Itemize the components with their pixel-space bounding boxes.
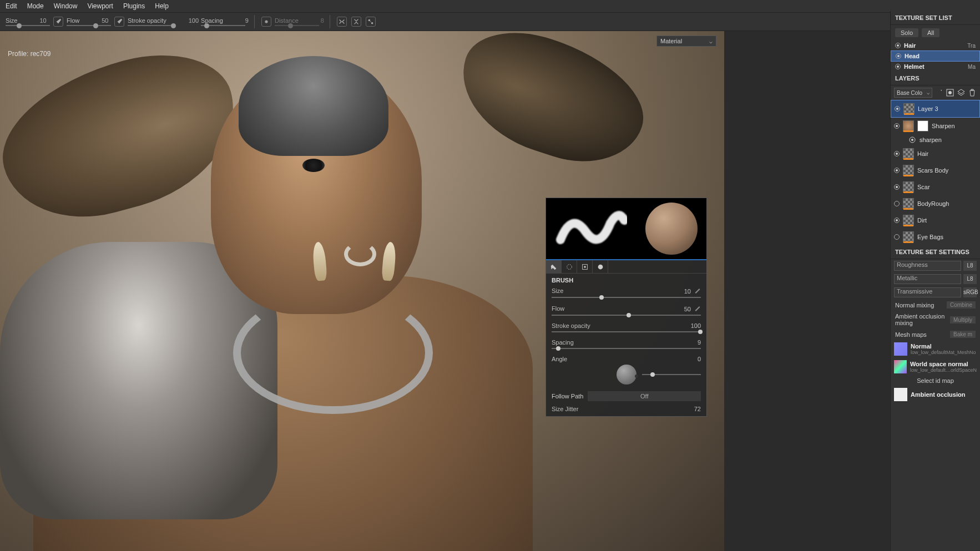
texture-set-head[interactable]: Head	[891, 50, 980, 62]
layer-visibility-toggle[interactable]	[894, 151, 900, 156]
layer-visibility-toggle[interactable]	[894, 168, 900, 173]
symmetry-y-icon[interactable]	[351, 17, 361, 27]
lazy-mouse-icon[interactable]	[261, 17, 271, 27]
channel-format[interactable]: L8	[963, 261, 977, 271]
layer-name: Hair	[917, 150, 928, 157]
layer-sharpen[interactable]: Sharpen	[891, 118, 980, 134]
layer-scar[interactable]: Scar	[891, 179, 980, 195]
visibility-toggle[interactable]	[895, 64, 901, 69]
toolbar-distance[interactable]: Distance8	[275, 17, 324, 26]
bake-button[interactable]: Bake m	[950, 331, 976, 338]
brush-tab-alpha[interactable]	[562, 260, 577, 274]
brush-flow-slider[interactable]	[552, 315, 701, 316]
channel-format[interactable]: L8	[963, 274, 977, 284]
normal-mixing-button[interactable]: Combine	[947, 301, 976, 309]
layer-eye-bags[interactable]: Eye Bags	[891, 229, 980, 245]
follow-path-toggle[interactable]: Off	[588, 391, 701, 401]
brush-heading: BRUSH	[546, 274, 706, 287]
3d-viewport[interactable]: Profile: rec709 Material BRUSH Size10 Fl…	[0, 31, 724, 551]
size-picker-icon[interactable]	[53, 17, 63, 27]
select-id-map-button[interactable]: Select id map	[891, 376, 980, 386]
add-effect-icon[interactable]	[934, 88, 943, 97]
add-mask-icon[interactable]	[946, 88, 954, 97]
layer-name: BodyRough	[917, 200, 949, 207]
brush-stroke-slider[interactable]	[552, 331, 701, 332]
menu-edit[interactable]: Edit	[6, 2, 17, 10]
layer-visibility-toggle[interactable]	[894, 201, 900, 206]
map-row-normal[interactable]: Normallow_low_defaultMat_MeshNo	[891, 340, 980, 358]
brush-angle-dial[interactable]	[617, 365, 637, 385]
layer-visibility-toggle[interactable]	[894, 234, 900, 240]
symmetry-x-icon[interactable]	[337, 17, 347, 27]
normal-mixing-label: Normal mixing	[895, 302, 934, 309]
channel-roughness[interactable]: RoughnessL8	[891, 259, 980, 272]
character-helmet	[239, 56, 388, 156]
brush-angle-slider[interactable]	[642, 374, 701, 375]
toolbar-stroke-opacity[interactable]: Stroke opacity100	[128, 17, 199, 26]
menu-mode[interactable]: Mode	[27, 2, 44, 10]
character-eye	[302, 159, 325, 172]
brush-spacing-label: Spacing	[552, 339, 574, 346]
material-dropdown[interactable]: Material	[656, 36, 716, 47]
texture-set-hair[interactable]: HairTra	[891, 41, 980, 50]
layer-visibility-toggle[interactable]	[894, 123, 900, 129]
channel-dropdown[interactable]: Base Colo	[894, 88, 932, 98]
delete-layer-icon[interactable]	[968, 88, 977, 97]
layer-layer-3[interactable]: Layer 3	[891, 100, 980, 118]
toolbar-size[interactable]: Size10	[6, 17, 50, 26]
map-row-world-space-normal[interactable]: World space normallow_low_default…orldSp…	[891, 358, 980, 376]
ao-mixing-button[interactable]: Multiply	[950, 316, 976, 323]
toolbar-flow[interactable]: Flow50	[67, 17, 111, 26]
map-name: World space normal	[910, 361, 977, 367]
brush-material-preview[interactable]	[645, 203, 698, 255]
svg-point-14	[911, 139, 913, 141]
layer-name: Scar	[917, 184, 930, 190]
layer-visibility-toggle[interactable]	[895, 106, 900, 112]
brush-tab-stencil[interactable]	[577, 260, 593, 274]
distance-label: Distance	[275, 17, 299, 24]
all-button[interactable]: All	[922, 28, 939, 37]
menu-viewport[interactable]: Viewport	[87, 2, 113, 10]
add-layer-icon[interactable]	[957, 88, 966, 97]
size-pen-icon[interactable]	[694, 287, 701, 294]
sublayer-sharpen[interactable]: sharpen	[891, 134, 980, 145]
brush-size-slider[interactable]	[552, 297, 701, 298]
menu-window[interactable]: Window	[54, 2, 78, 10]
visibility-toggle[interactable]	[895, 43, 901, 48]
layer-thumbnail	[903, 148, 914, 159]
right-sidebar: TEXTURE SET LIST Solo All HairTraHeadHel…	[890, 11, 980, 551]
channel-format[interactable]: sRGB	[963, 287, 977, 297]
channel-metallic[interactable]: MetallicL8	[891, 272, 980, 286]
channel-name[interactable]: Transmissive	[894, 287, 961, 297]
layer-visibility-toggle[interactable]	[894, 218, 900, 223]
menu-help[interactable]: Help	[155, 2, 169, 10]
size-jitter-label: Size Jitter	[552, 406, 578, 412]
layer-mask-thumbnail[interactable]	[917, 120, 928, 132]
brush-angle-label: Angle	[552, 356, 567, 362]
brush-stroke-preview[interactable]	[555, 206, 627, 251]
layer-hair[interactable]: Hair	[891, 145, 980, 162]
texture-set-helmet[interactable]: HelmetMa	[891, 62, 980, 72]
flow-pen-icon[interactable]	[694, 305, 701, 311]
flow-picker-icon[interactable]	[114, 17, 124, 27]
map-filename: low_low_default…orldSpaceN	[910, 367, 977, 373]
map-name: Normal	[911, 343, 976, 350]
visibility-toggle[interactable]	[896, 53, 901, 59]
brush-tab-brush[interactable]	[546, 260, 562, 274]
map-row-ao[interactable]: Ambient occlusion	[891, 386, 980, 403]
brush-spacing-slider[interactable]	[552, 348, 701, 349]
svg-point-9	[584, 266, 586, 268]
brush-tab-material[interactable]	[593, 260, 608, 274]
channel-name[interactable]: Roughness	[894, 261, 961, 271]
layer-visibility-toggle[interactable]	[894, 184, 900, 190]
layer-dirt[interactable]: Dirt	[891, 212, 980, 229]
layer-name: Scars Body	[917, 167, 948, 174]
symmetry-settings-icon[interactable]	[366, 17, 376, 27]
menu-plugins[interactable]: Plugins	[123, 2, 145, 10]
layer-scars-body[interactable]: Scars Body	[891, 162, 980, 179]
toolbar-spacing[interactable]: Spacing9	[201, 17, 249, 26]
channel-transmissive[interactable]: TransmissivesRGB	[891, 286, 980, 299]
channel-name[interactable]: Metallic	[894, 274, 961, 284]
layer-bodyrough[interactable]: BodyRough	[891, 195, 980, 212]
solo-button[interactable]: Solo	[895, 28, 918, 37]
